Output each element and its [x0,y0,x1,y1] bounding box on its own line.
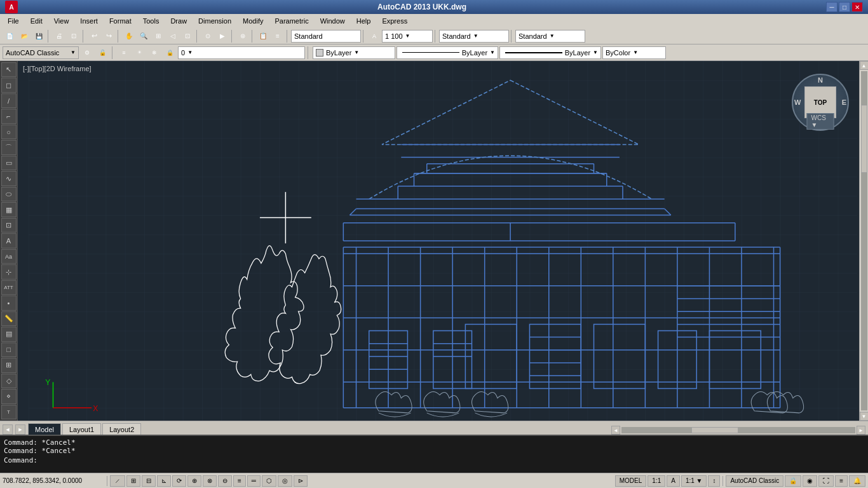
wipeout-tool[interactable]: □ [1,342,17,357]
circle-tool[interactable]: ○ [1,125,17,139]
clock-btn[interactable]: 🔔 [849,475,865,487]
measure-tool[interactable]: 📏 [1,311,17,326]
otrack-btn[interactable]: ⊗ [203,475,217,487]
sc-btn[interactable]: ◎ [278,475,292,487]
redo-button[interactable] [102,29,116,43]
text2-tool[interactable]: T [1,405,17,419]
menu-dimension[interactable]: Dimension [193,14,236,28]
menu-parametric[interactable]: Parametric [269,14,313,28]
properties-button[interactable]: 📋 [256,29,270,43]
plotstyle-dropdown[interactable]: ByColor ▼ [602,46,666,59]
layer-dropdown[interactable]: 0 ▼ [178,46,305,59]
vscroll-thumb[interactable] [861,105,867,173]
line-tool[interactable]: / [1,93,17,108]
workspace-status[interactable]: AutoCAD Classic [726,475,783,487]
menu-insert[interactable]: Insert [75,14,103,28]
zoom-extents-button[interactable]: ⊡ [180,29,194,43]
surface-tool[interactable]: ⋄ [1,389,17,403]
am-btn[interactable]: ⊳ [294,475,308,487]
scroll-down-button[interactable]: ▼ [860,412,869,421]
qp-btn[interactable]: ⬡ [262,475,276,487]
grid-btn[interactable]: ⊟ [142,475,156,487]
layer-freeze[interactable]: ❄ [147,46,161,60]
canvas-area[interactable]: [-][Top][2D Wireframe] [18,61,868,421]
customize-btn[interactable]: ≡ [835,475,848,487]
preview-button[interactable]: ⊡ [67,29,81,43]
ui-lock-btn[interactable]: 🔒 [785,475,801,487]
menu-express[interactable]: Express [377,14,412,28]
match-button[interactable]: ⊛ [236,29,250,43]
polyline-tool[interactable]: ⌐ [1,109,17,123]
zoom-prev-button[interactable]: ◁ [166,29,180,43]
attdef-tool[interactable]: ATT [1,280,17,295]
wcs-label[interactable]: WCS ▼ [807,113,834,130]
pan-button[interactable]: ✋ [122,29,136,43]
tab-nav-left[interactable]: ◄ [3,424,13,435]
layer-properties[interactable]: ≡ [117,46,131,60]
text-tool[interactable]: A [1,233,17,248]
scroll-up-button[interactable]: ▲ [860,61,869,70]
3dface-tool[interactable]: ◇ [1,374,17,388]
minimize-button[interactable]: ─ [826,2,837,12]
dyn-btn[interactable]: ≡ [233,475,246,487]
hscroll-thumb[interactable] [691,427,738,433]
text-dropdown[interactable]: Standard ▼ [515,30,585,43]
annotation-scale-btn[interactable]: 1:1 ▼ [681,475,707,487]
drawing-canvas[interactable]: Y X [18,61,868,421]
tab-model[interactable]: Model [28,423,61,435]
osnap-btn[interactable]: ⊕ [187,475,201,487]
menu-tools[interactable]: Tools [138,14,165,28]
workspace-settings[interactable]: ⚙ [80,46,94,60]
scale-dropdown[interactable]: 1 100 ▼ [382,30,433,43]
vertical-scrollbar[interactable]: ▲ ▼ [859,61,868,421]
style-dropdown[interactable]: Standard [291,30,361,43]
undo-button[interactable] [87,29,101,43]
linetype-dropdown[interactable]: ByLayer ▼ [397,46,498,59]
snap-btn[interactable]: ⊞ [126,475,140,487]
tab-nav-right[interactable]: ► [15,424,25,435]
lineweight-dropdown[interactable]: ByLayer ▼ [499,46,601,59]
tab-layout2[interactable]: Layout2 [102,423,141,435]
infer-btn[interactable]: ⟋ [110,475,125,487]
close-button[interactable]: ✕ [851,2,863,12]
lock-ui[interactable]: 🔓 [95,46,109,60]
navswheel-button[interactable]: ⊙ [201,29,215,43]
zoom-realtime-button[interactable]: 🔍 [137,29,151,43]
polar-btn[interactable]: ⟳ [172,475,186,487]
save-button[interactable] [32,29,46,43]
menu-format[interactable]: Format [104,14,137,28]
fullscreen-btn[interactable]: ⛶ [818,475,834,487]
hscroll-left-button[interactable]: ◄ [611,426,620,435]
workspace-dropdown[interactable]: AutoCAD Classic ▼ [3,46,79,59]
compass-widget[interactable]: N S E W TOP WCS ▼ [792,74,849,131]
ducs-btn[interactable]: ⊖ [218,475,232,487]
erase-tool[interactable]: ◻ [1,78,17,92]
rectangle-tool[interactable]: ▭ [1,156,17,170]
annotative-btn[interactable]: A [667,475,680,487]
layer-state[interactable]: ☀ [132,46,146,60]
region-tool[interactable]: ⊡ [1,218,17,233]
color-dropdown[interactable]: ByLayer ▼ [313,46,395,59]
restore-button[interactable]: □ [839,2,850,12]
ellipse-tool[interactable]: ⬭ [1,187,17,201]
annotation-dropdown[interactable]: Standard ▼ [439,30,509,43]
hscroll-right-button[interactable]: ► [857,426,865,435]
menu-draw[interactable]: Draw [165,14,192,28]
menu-view[interactable]: View [49,14,74,28]
arc-tool[interactable]: ⌒ [1,140,17,154]
cmd-input[interactable] [37,456,864,464]
select-tool[interactable]: ↖ [1,62,17,77]
lwt-btn[interactable]: ═ [247,475,261,487]
open-button[interactable] [17,29,31,43]
scale-btn[interactable]: 1:1 [648,475,665,487]
model-btn[interactable]: MODEL [615,475,647,487]
menu-file[interactable]: File [3,14,24,28]
gradient-tool[interactable]: ▤ [1,327,17,341]
menu-modify[interactable]: Modify [238,14,268,28]
spline-tool[interactable]: ∿ [1,171,17,186]
window-controls[interactable]: ─ □ ✕ [826,2,863,12]
menu-help[interactable]: Help [351,14,376,28]
menu-window[interactable]: Window [315,14,350,28]
sync-btn[interactable]: ↕ [708,475,720,487]
zoom-window-button[interactable]: ⊞ [151,29,165,43]
